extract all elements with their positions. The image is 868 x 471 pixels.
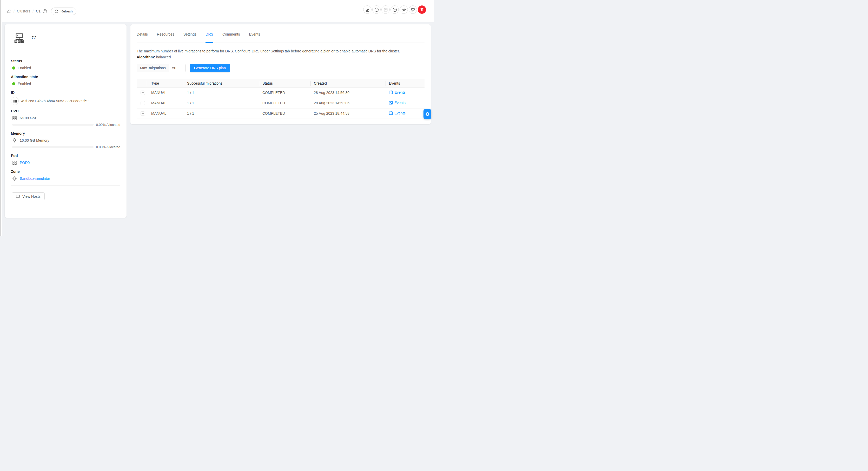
table-row: MANUAL 1 / 1 COMPLETED 28 Aug 2023 14:56…	[137, 88, 425, 98]
cell-status: COMPLETED	[259, 98, 311, 108]
schedule-icon	[389, 90, 393, 94]
memory-progress: 0.00% Allocated	[11, 145, 120, 149]
cpu-allocated-text: 0.00% Allocated	[96, 123, 120, 127]
refresh-label: Refresh	[61, 9, 73, 13]
drs-plans-table: Type Successful migrations Status Create…	[137, 79, 425, 119]
allocation-section: Allocation state Enabled	[11, 75, 120, 87]
tab-comments[interactable]: Comments	[222, 31, 240, 43]
tab-settings[interactable]: Settings	[183, 31, 197, 43]
copy-id-button[interactable]	[11, 97, 19, 105]
tab-resources[interactable]: Resources	[157, 31, 174, 43]
home-icon[interactable]	[7, 9, 11, 13]
cell-status: COMPLETED	[259, 88, 311, 98]
cell-migrations: 1 / 1	[184, 108, 259, 119]
generate-drs-plan-button[interactable]: Generate DRS plan	[190, 64, 230, 72]
grid-icon	[12, 161, 17, 165]
column-header-type: Type	[147, 79, 184, 88]
trash-icon	[420, 7, 424, 12]
column-header-migrations: Successful migrations	[184, 79, 259, 88]
events-link-label: Events	[394, 90, 406, 95]
window-edge	[0, 0, 2, 236]
cell-created: 25 Aug 2023 18:44:58	[311, 108, 386, 119]
events-link-label: Events	[394, 101, 406, 105]
zone-label: Zone	[11, 169, 120, 174]
breadcrumb-item-clusters[interactable]: Clusters	[17, 9, 30, 13]
unmanage-button[interactable]	[381, 5, 390, 14]
zone-link[interactable]: Sandbox-simulator	[20, 176, 50, 180]
breadcrumb-separator: /	[13, 9, 14, 13]
cell-migrations: 1 / 1	[184, 88, 259, 98]
cell-type: MANUAL	[147, 88, 184, 98]
schedule-icon	[389, 101, 393, 105]
table-row: MANUAL 1 / 1 COMPLETED 28 Aug 2023 14:53…	[137, 98, 425, 108]
gear-icon	[411, 7, 415, 12]
page: / Clusters / C1 Refresh	[0, 0, 434, 236]
pod-link[interactable]: POD0	[20, 161, 30, 165]
tab-events[interactable]: Events	[249, 31, 260, 43]
drs-algorithm: Algorithm: balanced	[137, 55, 425, 60]
memory-progress-track	[12, 146, 94, 148]
column-header-events: Events	[386, 79, 425, 88]
pause-button[interactable]	[372, 5, 381, 14]
pod-section: Pod POD0	[11, 154, 120, 165]
cell-status: COMPLETED	[259, 108, 311, 119]
status-dot	[12, 66, 15, 70]
id-section: ID	[11, 91, 120, 105]
events-link[interactable]: Events	[389, 90, 406, 95]
pause-circle-icon	[374, 7, 379, 12]
globe-icon	[12, 176, 17, 180]
view-hosts-label: View Hosts	[22, 194, 40, 199]
id-label: ID	[11, 91, 120, 95]
max-migrations-group: Max. migrations	[137, 64, 186, 72]
cpu-section: CPU 64.00 Ghz 0.00% Allocated	[11, 109, 120, 127]
floating-settings-button[interactable]	[424, 109, 431, 119]
expand-row-button[interactable]	[141, 101, 145, 105]
barcode-icon	[13, 99, 17, 103]
refresh-button[interactable]: Refresh	[51, 7, 76, 15]
cpu-label: CPU	[11, 109, 120, 113]
header: / Clusters / C1 Refresh	[0, 0, 434, 22]
hide-button[interactable]	[400, 5, 408, 14]
cpu-progress: 0.00% Allocated	[11, 123, 120, 127]
cluster-info-card: C1 Status Enabled Allocation state Enabl…	[5, 24, 126, 218]
expand-row-button[interactable]	[141, 111, 145, 116]
status-section: Status Enabled	[11, 59, 120, 71]
view-hosts-button[interactable]: View Hosts	[12, 192, 45, 200]
status-label: Status	[11, 59, 120, 63]
allocation-dot	[12, 82, 15, 86]
cell-type: MANUAL	[147, 98, 184, 108]
pod-label: Pod	[11, 154, 120, 158]
reload-icon	[55, 9, 58, 13]
tab-details[interactable]: Details	[137, 31, 148, 43]
settings-button[interactable]	[409, 5, 417, 14]
allocation-value: Enabled	[18, 82, 31, 86]
question-circle-icon[interactable]	[42, 9, 47, 13]
edit-button[interactable]	[363, 5, 372, 14]
expand-row-button[interactable]	[141, 91, 145, 95]
max-migrations-label: Max. migrations	[137, 64, 169, 72]
memory-label: Memory	[11, 131, 120, 135]
drs-controls: Max. migrations Generate DRS plan	[137, 64, 425, 72]
divider	[11, 185, 120, 186]
pencil-icon	[365, 7, 370, 12]
allocation-label: Allocation state	[11, 75, 120, 79]
eye-invisible-icon	[402, 7, 406, 12]
column-header-created: Created	[311, 79, 386, 88]
bulb-icon	[12, 138, 17, 142]
events-link[interactable]: Events	[389, 101, 406, 105]
cell-created: 28 Aug 2023 14:56:30	[311, 88, 386, 98]
minus-square-icon	[383, 7, 388, 12]
breadcrumb-separator: /	[32, 9, 33, 13]
cluster-name: C1	[32, 36, 37, 40]
max-migrations-input[interactable]	[169, 64, 185, 72]
tabbar: Details Resources Settings DRS Comments …	[137, 31, 425, 43]
table-row: MANUAL 1 / 1 COMPLETED 25 Aug 2023 18:44…	[137, 108, 425, 119]
monitor-icon	[16, 194, 20, 199]
tab-drs[interactable]: DRS	[206, 31, 213, 43]
status-value: Enabled	[18, 66, 31, 70]
delete-button[interactable]	[418, 5, 426, 14]
breadcrumb: / Clusters / C1 Refresh	[7, 7, 76, 15]
detail-card: Details Resources Settings DRS Comments …	[130, 24, 431, 124]
disable-button[interactable]	[391, 5, 399, 14]
events-link[interactable]: Events	[389, 111, 406, 115]
